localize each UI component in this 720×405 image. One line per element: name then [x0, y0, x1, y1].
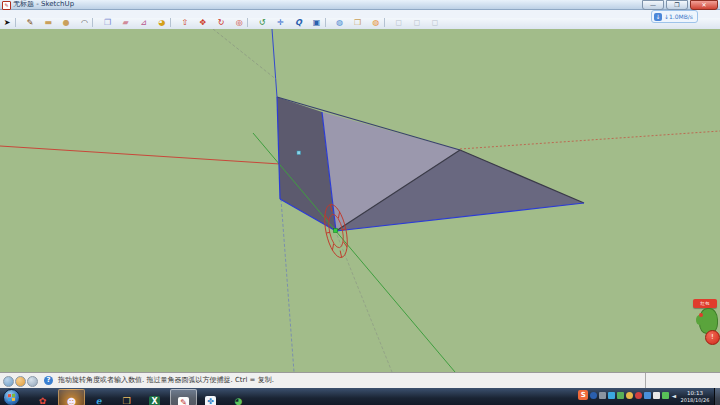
show-desktop-button[interactable] — [714, 388, 720, 405]
title-bar[interactable]: ✎ 无标题 - SketchUp — ❐ ✕ — [0, 0, 720, 10]
make-component-icon[interactable]: ❐ — [101, 18, 113, 28]
close-button[interactable]: ✕ — [690, 0, 718, 10]
pan-tool-icon[interactable]: ✛ — [274, 18, 286, 28]
tape-measure-icon[interactable]: ⊿ — [138, 18, 150, 28]
offset-tool-icon[interactable]: ◎ — [233, 18, 245, 28]
zoom-extents-icon[interactable]: ▣ — [311, 18, 323, 28]
red-axis — [0, 146, 280, 164]
speaker-icon[interactable]: ◄ — [671, 392, 676, 399]
zoom-tool-icon[interactable]: Q — [292, 18, 304, 28]
sogou-tray-icon[interactable]: S — [578, 390, 588, 400]
sketchup-app-icon: ✎ — [2, 1, 11, 10]
maximize-button[interactable]: ❐ — [666, 0, 688, 10]
blue-axis-dashed — [281, 199, 294, 372]
claim-credit-icon[interactable] — [15, 376, 26, 387]
arc-tool-icon[interactable]: ◠ — [78, 18, 90, 28]
avatar-icon: ☻ — [67, 397, 76, 405]
on-edge-inference-dot — [297, 151, 301, 155]
clover-icon: ✤ — [205, 396, 216, 405]
select-tool-icon[interactable]: ➤ — [1, 18, 13, 28]
download-icon: ↓ — [654, 13, 662, 21]
desktop: ✎ 无标题 - SketchUp — ❐ ✕ 文件(F) 编辑(E) 视图(V)… — [0, 0, 720, 405]
tray-icon[interactable] — [626, 392, 633, 399]
disabled-tool-icon: ◻ — [411, 18, 423, 28]
guide-dashed-upper — [213, 29, 277, 80]
viewport-canvas[interactable] — [0, 29, 720, 372]
system-tray: S ◄ — [578, 390, 676, 400]
share-model-icon[interactable]: ❒ — [352, 18, 364, 28]
paint-bucket-icon[interactable]: ◕ — [156, 18, 168, 28]
sign-in-icon[interactable] — [27, 376, 38, 387]
tray-icon[interactable] — [662, 392, 669, 399]
net-speed-text: ↓1.0MB/s — [664, 13, 693, 20]
help-icon[interactable]: ? — [44, 376, 53, 385]
ie-icon: e — [96, 396, 102, 405]
window-title: 无标题 - SketchUp — [13, 0, 74, 9]
disabled-tool-icon: ◻ — [393, 18, 405, 28]
status-bar: ? 拖动旋转角度或者输入数值. 拖过量角器圆弧以方便捕捉. Ctrl = 复制. — [0, 372, 720, 389]
move-tool-icon[interactable]: ✥ — [197, 18, 209, 28]
wechat-icon: ◕ — [235, 396, 243, 405]
taskbar-item-internet-explorer[interactable]: e — [86, 389, 111, 404]
promo-pet-widget[interactable]: 红包 ! — [692, 297, 720, 349]
warehouse-icon[interactable]: ◍ — [370, 18, 382, 28]
taskbar: ✿ ☻ e ❒ X ✎ ✤ ◕ S ◄ 10:13 2018/10/26 — [0, 388, 720, 405]
blue-axis — [272, 29, 277, 97]
taskbar-item-qq[interactable]: ☻ — [58, 389, 85, 405]
taskbar-item-excel[interactable]: X — [142, 389, 167, 404]
status-hint-text: 拖动旋转角度或者输入数值. 拖过量角器圆弧以方便捕捉. Ctrl = 复制. — [58, 373, 274, 388]
menu-bar: 文件(F) 编辑(E) 视图(V) 相机(C) 绘图(R) 工具(T) 窗口(W… — [0, 10, 720, 18]
windows-logo-icon — [8, 393, 15, 401]
start-button[interactable] — [3, 389, 20, 405]
pinwheel-icon: ✿ — [39, 396, 47, 405]
promo-banner[interactable]: 红包 — [693, 299, 717, 308]
rectangle-tool-icon[interactable]: ▬ — [42, 18, 54, 28]
sketchup-icon: ✎ — [178, 397, 189, 405]
red-axis-dashed — [460, 131, 720, 149]
tray-icon[interactable] — [599, 392, 606, 399]
disabled-tool-icon: ◻ — [429, 18, 441, 28]
tray-icon[interactable] — [635, 392, 642, 399]
taskbar-item-wechat[interactable]: ◕ — [226, 389, 251, 404]
net-speed-badge[interactable]: ↓ ↓1.0MB/s — [651, 10, 698, 23]
promo-dot — [699, 313, 703, 317]
folder-icon: ❒ — [122, 396, 130, 405]
minimize-button[interactable]: — — [642, 0, 664, 10]
taskbar-item-explorer[interactable]: ❒ — [114, 389, 139, 404]
taskbar-clock[interactable]: 10:13 2018/10/26 — [677, 389, 713, 404]
tray-icon[interactable] — [617, 392, 624, 399]
circle-tool-icon[interactable]: ● — [60, 18, 72, 28]
endpoint-inference-dot — [334, 229, 338, 233]
rotate-tool-icon[interactable]: ↻ — [215, 18, 227, 28]
orbit-tool-icon[interactable]: ↺ — [256, 18, 268, 28]
promo-badge[interactable]: ! — [705, 330, 720, 345]
guide-dashed-lower — [337, 235, 392, 372]
model-library-icon[interactable]: ◍ — [334, 18, 346, 28]
excel-icon: X — [149, 396, 160, 405]
push-pull-icon[interactable]: ⇧ — [179, 18, 191, 28]
eraser-tool-icon[interactable]: ▰ — [120, 18, 132, 28]
line-tool-icon[interactable]: ✎ — [24, 18, 36, 28]
taskbar-item-360-safety[interactable]: ✤ — [198, 389, 223, 404]
clock-date: 2018/10/26 — [677, 397, 713, 404]
taskbar-item-360-browser[interactable]: ✿ — [30, 389, 55, 404]
tray-icon[interactable] — [653, 392, 660, 399]
clock-time: 10:13 — [677, 389, 713, 397]
tray-icon[interactable] — [644, 392, 651, 399]
modeling-viewport[interactable]: 红包 ! — [0, 29, 720, 372]
measurements-box[interactable] — [645, 373, 720, 388]
geolocation-icon[interactable] — [3, 376, 14, 387]
taskbar-item-sketchup[interactable]: ✎ — [170, 389, 197, 405]
tray-icon[interactable] — [590, 392, 597, 399]
tray-icon[interactable] — [608, 392, 615, 399]
